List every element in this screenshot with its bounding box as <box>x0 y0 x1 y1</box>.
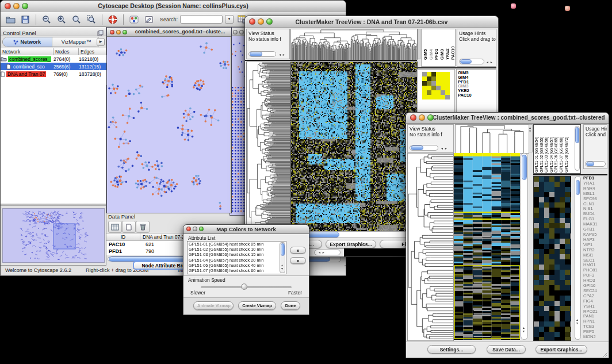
minimize-button[interactable] <box>419 114 425 121</box>
attribute-select-button[interactable] <box>108 221 122 233</box>
column-label[interactable]: YKE2 <box>445 30 450 60</box>
attribute-item[interactable]: GPL51-01 (GSM854) heat shock 05 min <box>188 242 286 247</box>
scrollbar-thumb[interactable] <box>575 127 579 143</box>
column-labels-scrollbar[interactable] <box>575 126 580 171</box>
column-dendrogram2-canvas[interactable] <box>455 124 529 154</box>
scroll-arrows[interactable]: ▴▾ <box>576 318 578 325</box>
heatmap2-canvas[interactable] <box>454 153 520 340</box>
minimize-button[interactable] <box>258 18 264 25</box>
tab-vizmapper[interactable]: VizMapper™ <box>52 37 101 47</box>
column-label[interactable]: GPL51-07 (GSM868) <box>559 125 564 173</box>
new-attribute-button[interactable] <box>122 221 136 233</box>
mini-scroll-strip[interactable]: ▴▾ <box>529 124 533 152</box>
zoom-button[interactable] <box>199 227 204 231</box>
row-dendrogram1-canvas[interactable] <box>246 62 290 232</box>
heatmap-zoom-canvas[interactable] <box>533 176 571 341</box>
settings-button[interactable]: Settings... <box>427 345 476 354</box>
help-lifesaver-icon[interactable] <box>106 14 119 25</box>
attribute-item[interactable]: GPL51-03 (GSM856) heat shock 15 min <box>188 252 286 257</box>
open-file-button[interactable] <box>4 14 17 25</box>
save-data-button[interactable]: Save Data... <box>487 345 526 354</box>
column-label[interactable]: PFD1 <box>434 30 439 60</box>
view-status-scrollbar[interactable] <box>248 51 276 57</box>
close-button[interactable] <box>110 30 114 35</box>
scroll-arrows[interactable]: ▴▾ <box>523 326 525 333</box>
dialog-titlebar[interactable]: Map Colors to Network <box>183 225 309 234</box>
attribute-item[interactable]: GPL51-06 (GSM865) heat shock 40 min <box>188 263 286 268</box>
table-row-selected[interactable]: combined_sco 2569(6) 13112(15) <box>1 63 106 70</box>
main-titlebar[interactable]: Cytoscape Desktop (Session Name: collins… <box>1 1 346 13</box>
heatmap2-vscrollbar[interactable]: ▴▾ <box>521 153 528 340</box>
zoom-button[interactable] <box>427 114 434 121</box>
save-button[interactable] <box>19 14 32 25</box>
attribute-item[interactable]: GPL51-04 (GSM857) heat shock 20 min <box>188 258 286 263</box>
scroll-arrows[interactable]: ▴▾ <box>281 263 283 270</box>
network-overview-canvas[interactable] <box>2 208 105 263</box>
similarity-matrix-canvas[interactable] <box>422 72 450 99</box>
move-up-button[interactable]: ∧ <box>290 247 306 254</box>
row-dendrogram2-canvas[interactable] <box>407 153 454 341</box>
minimize-button[interactable] <box>193 227 197 231</box>
search-input[interactable] <box>180 15 223 24</box>
attribute-item[interactable]: GPL51-07 (GSM868) heat shock 60 min <box>188 268 286 273</box>
treeview2-titlebar[interactable]: ClusterMaker TreeView : combined_scores_… <box>406 113 609 124</box>
scroll-arrows[interactable]: ◂ ▸ <box>319 251 325 254</box>
scroll-arrows[interactable]: ◂ ▸ <box>487 60 493 64</box>
column-label[interactable]: GIM3 <box>439 30 445 60</box>
minimize-button[interactable] <box>239 30 244 35</box>
network1-canvas[interactable] <box>107 37 230 213</box>
close-button[interactable] <box>410 114 416 121</box>
scrollbar-thumb[interactable] <box>586 162 594 166</box>
zoom-selected-icon[interactable] <box>85 14 98 25</box>
export-graphics-button[interactable]: Export Graphics... <box>326 240 376 248</box>
panel-splitter[interactable] <box>1 204 106 206</box>
create-vizmap-button[interactable]: Create Vizmap <box>238 301 276 310</box>
zoom-fit-icon[interactable] <box>70 14 83 25</box>
scrollbar-thumb[interactable] <box>460 59 472 64</box>
close-button[interactable] <box>186 227 191 231</box>
mini-scroll-strip[interactable] <box>418 29 420 59</box>
zoom-button[interactable] <box>123 30 127 35</box>
column-label[interactable]: GPL51-03 (GSM856) <box>544 125 549 173</box>
desktop-icon[interactable] <box>565 6 570 11</box>
usage-hints-scrollbar[interactable] <box>459 59 484 64</box>
gene-list-scrollbar[interactable]: ▴▾ <box>575 176 581 340</box>
column-label[interactable]: GPL51-06 (GSM865) <box>554 125 559 173</box>
move-down-button[interactable]: ∨ <box>290 257 306 264</box>
vizmap-nodes-icon[interactable] <box>128 14 140 25</box>
desktop-icon[interactable] <box>511 3 516 9</box>
attribute-item[interactable]: GPL51-02 (GSM855) heat shock 10 min <box>188 247 286 252</box>
zoom-out-icon[interactable] <box>40 14 53 25</box>
annotation-icon[interactable] <box>143 14 155 25</box>
zoom-button[interactable] <box>266 18 273 25</box>
column-label[interactable]: GPL51-08 (GSM872) <box>564 125 569 173</box>
export-graphics-button[interactable]: Export Graphics... <box>536 345 587 354</box>
done-button[interactable]: Done <box>281 301 300 310</box>
scrollbar-thumb[interactable] <box>281 243 285 256</box>
close-button[interactable] <box>233 30 238 35</box>
usage-hints2-scrollbar[interactable] <box>585 161 606 167</box>
tab-network[interactable]: Network <box>3 37 52 47</box>
treeview1-titlebar[interactable]: ClusterMaker TreeView : DNA and Tran 07-… <box>245 16 498 28</box>
column-label[interactable]: PAC10 <box>450 30 456 60</box>
scroll-arrows[interactable]: ◂ ▸ <box>279 53 285 56</box>
animate-vizmap-button[interactable]: Animate Vizmap <box>193 301 234 310</box>
delete-attribute-button[interactable] <box>136 221 150 233</box>
table-row[interactable]: DNA and Tran 07 769(0) 183728(0) <box>1 70 106 78</box>
search-dropdown-button[interactable]: ▼ <box>225 15 234 24</box>
column-label[interactable]: GPL51-02 (GSM855) <box>540 125 545 173</box>
zoom-in-icon[interactable] <box>55 14 68 25</box>
gene-label[interactable]: MON2 <box>583 335 607 340</box>
tab-overflow-button[interactable]: ▶ <box>97 38 105 46</box>
view-status2-scrollbar[interactable] <box>410 145 438 151</box>
minimize-button[interactable] <box>116 30 121 35</box>
zoom-button[interactable] <box>22 3 28 9</box>
attribute-list-scrollbar[interactable]: ▴▾ <box>280 242 285 273</box>
scroll-arrows[interactable]: ◂ ▸ <box>441 147 447 150</box>
minimize-button[interactable] <box>13 3 20 9</box>
close-button[interactable] <box>5 3 11 9</box>
column-label[interactable]: GPL51-01 (GSM854) <box>534 125 540 173</box>
resize-grip[interactable] <box>602 352 608 358</box>
column-label[interactable]: GIM5 <box>423 30 428 60</box>
scrollbar-thumb[interactable] <box>250 52 262 56</box>
